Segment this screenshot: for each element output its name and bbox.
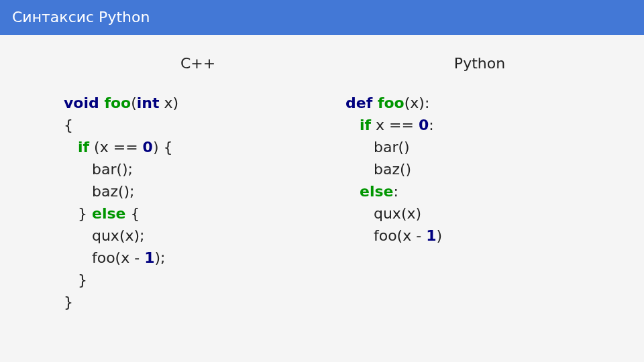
slide-body: C++ void foo(int x) { if (x == 0) { bar(… — [0, 35, 644, 362]
slide-header: Синтаксис Python — [0, 0, 644, 35]
code-cpp: void foo(int x) { if (x == 0) { bar(); b… — [64, 92, 332, 313]
label-cpp: C++ — [64, 55, 332, 72]
code-python: def foo(x): if x == 0: bar() baz() else:… — [345, 92, 614, 247]
column-python: Python def foo(x): if x == 0: bar() baz(… — [345, 55, 614, 247]
slide-title: Синтаксис Python — [12, 9, 150, 25]
column-cpp: C++ void foo(int x) { if (x == 0) { bar(… — [64, 55, 332, 313]
label-python: Python — [345, 55, 614, 72]
